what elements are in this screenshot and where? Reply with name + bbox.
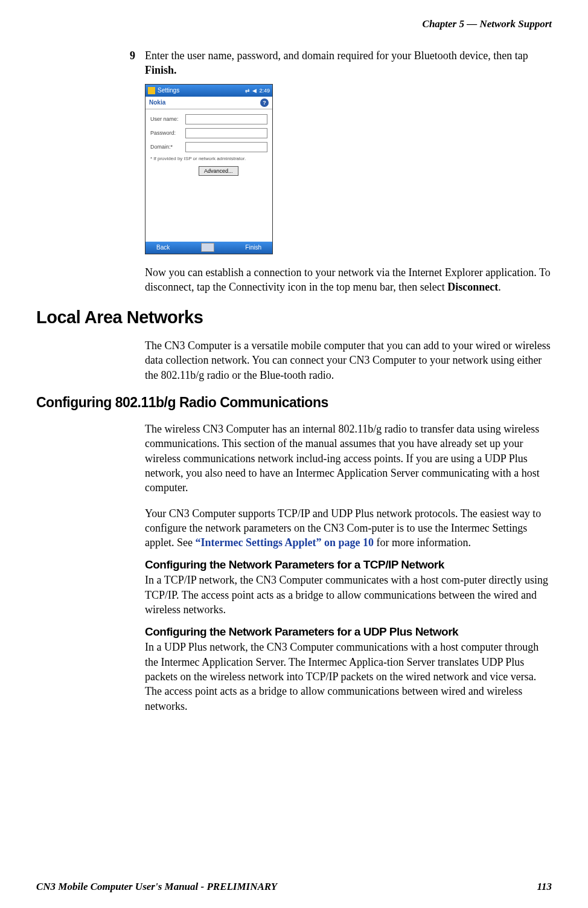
password-label: Password: <box>150 130 185 136</box>
lan-heading: Local Area Networks <box>36 307 552 327</box>
post-text-b: . <box>498 281 501 293</box>
domain-label: Domain:* <box>150 144 185 150</box>
config-p2-b: for more information. <box>374 536 471 549</box>
tcpip-paragraph: In a TCP/IP network, the CN3 Computer co… <box>145 573 552 617</box>
sound-icon: ◀ <box>252 88 257 94</box>
finish-button: Finish <box>245 244 261 251</box>
disconnect-bold: Disconnect <box>447 281 498 293</box>
udp-paragraph: In a UDP Plus network, the CN3 Computer … <box>145 640 552 713</box>
footer-page-number: 113 <box>537 881 552 893</box>
screenshot-note: * If provided by ISP or network administ… <box>150 156 267 161</box>
step-9: 9 Enter the user name, password, and dom… <box>130 48 552 78</box>
step-text: Enter the user name, password, and domai… <box>145 48 552 78</box>
document-page: Chapter 5 — Network Support 9 Enter the … <box>0 0 588 908</box>
domain-input <box>185 142 267 152</box>
screenshot-time: 2:49 <box>259 88 270 94</box>
step-number: 9 <box>130 48 145 78</box>
page-header: Chapter 5 — Network Support <box>36 18 552 30</box>
windows-start-icon <box>148 87 155 94</box>
post-screenshot-paragraph: Now you can establish a connection to yo… <box>145 265 552 295</box>
username-row: User name: <box>150 114 267 124</box>
intermec-settings-link[interactable]: “Intermec Settings Applet” on page 10 <box>195 536 374 549</box>
step-bold: Finish. <box>145 64 177 76</box>
advanced-button: Advanced... <box>199 166 238 176</box>
tcpip-heading: Configuring the Network Parameters for a… <box>145 558 552 572</box>
screenshot-subtitle-bar: Nokia ? <box>145 97 272 109</box>
password-row: Password: <box>150 128 267 138</box>
lan-intro-paragraph: The CN3 Computer is a versatile mobile c… <box>145 338 552 382</box>
screenshot-titlebar: Settings ⇄ ◀ 2:49 <box>145 85 272 97</box>
config-80211-p2: Your CN3 Computer supports TCP/IP and UD… <box>145 506 552 550</box>
screenshot-bottombar: Back Finish <box>145 242 272 254</box>
username-input <box>185 114 267 124</box>
step-text-content: Enter the user name, password, and domai… <box>145 50 528 62</box>
config-80211-heading: Configuring 802.11b/g Radio Communicatio… <box>36 394 552 411</box>
screenshot-form: User name: Password: Domain:* * If provi… <box>145 109 272 181</box>
device-screenshot: Settings ⇄ ◀ 2:49 Nokia ? User name: Pas… <box>145 84 273 254</box>
keyboard-icon <box>201 243 214 252</box>
back-button: Back <box>156 244 170 251</box>
page-footer: CN3 Mobile Computer User's Manual - PREL… <box>36 881 552 893</box>
username-label: User name: <box>150 116 185 122</box>
screenshot-container: Settings ⇄ ◀ 2:49 Nokia ? User name: Pas… <box>145 84 552 254</box>
advanced-button-container: Advanced... <box>199 166 267 176</box>
footer-left: CN3 Mobile Computer User's Manual - PREL… <box>36 881 277 893</box>
screenshot-title: Settings <box>158 87 179 94</box>
domain-row: Domain:* <box>150 142 267 152</box>
password-input <box>185 128 267 138</box>
config-80211-p1: The wireless CN3 Computer has an interna… <box>145 422 552 495</box>
udp-heading: Configuring the Network Parameters for a… <box>145 625 552 639</box>
screenshot-subtitle: Nokia <box>149 99 165 106</box>
signal-icon: ⇄ <box>245 88 250 94</box>
help-icon: ? <box>260 98 269 107</box>
